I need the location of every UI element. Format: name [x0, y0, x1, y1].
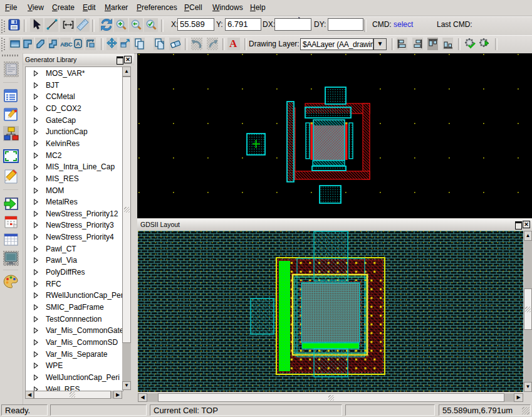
svg-text:A: A	[76, 41, 80, 47]
